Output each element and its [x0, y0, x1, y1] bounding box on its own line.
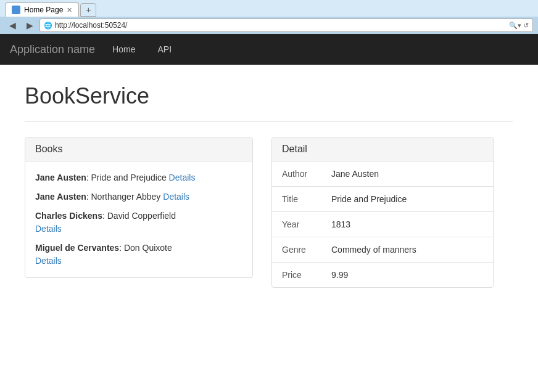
details-link-1[interactable]: Details — [169, 173, 196, 182]
list-item: Jane Austen: Pride and Prejudice Details — [35, 171, 242, 184]
table-row: Year 1813 — [272, 212, 493, 237]
detail-price-value: 9.99 — [321, 263, 493, 288]
detail-title-label: Title — [272, 187, 321, 212]
book-author: Charles Dickens — [35, 211, 102, 221]
detail-genre-value: Commedy of manners — [321, 237, 493, 263]
detail-author-label: Author — [272, 161, 321, 187]
books-panel-header: Books — [25, 137, 252, 161]
tab-close-icon[interactable]: ✕ — [67, 6, 72, 14]
book-author: Jane Austen — [35, 173, 86, 182]
page-title: BookService — [25, 83, 513, 109]
new-tab-button[interactable]: + — [80, 3, 96, 17]
address-bar-area: 🌐 http://localhost:50524/ 🔍▾ ↺ — [39, 18, 533, 32]
table-row: Genre Commedy of manners — [272, 237, 493, 263]
address-bar[interactable]: 🌐 http://localhost:50524/ 🔍▾ ↺ — [39, 18, 533, 32]
detail-year-label: Year — [272, 212, 321, 237]
address-text: http://localhost:50524/ — [55, 21, 507, 30]
browser-tab[interactable]: Home Page ✕ — [5, 2, 79, 17]
detail-price-label: Price — [272, 263, 321, 288]
navbar-link-api[interactable]: API — [152, 41, 176, 58]
tab-bar: Home Page ✕ + — [0, 0, 538, 17]
navbar: Application name Home API — [0, 34, 538, 65]
detail-author-value: Jane Austen — [321, 161, 493, 187]
detail-genre-label: Genre — [272, 237, 321, 263]
tab-favicon — [12, 6, 20, 14]
details-link-4[interactable]: Details — [35, 256, 62, 266]
table-row: Author Jane Austen — [272, 161, 493, 187]
detail-panel-header: Detail — [272, 137, 493, 161]
forward-button[interactable]: ▶ — [22, 18, 37, 33]
panels: Books Jane Austen: Pride and Prejudice D… — [25, 137, 513, 288]
navbar-brand: Application name — [10, 43, 95, 56]
table-row: Price 9.99 — [272, 263, 493, 288]
books-panel: Books Jane Austen: Pride and Prejudice D… — [25, 137, 253, 278]
book-author: Jane Austen — [35, 192, 86, 202]
tab-title: Home Page — [24, 6, 63, 14]
table-row: Title Pride and Prejudice — [272, 187, 493, 212]
list-item: Jane Austen: Northanger Abbey Details — [35, 190, 242, 203]
browser-titlebar: ◀ ▶ 🌐 http://localhost:50524/ 🔍▾ ↺ — [0, 17, 538, 34]
detail-title-value: Pride and Prejudice — [321, 187, 493, 212]
main-area: BookService Books Jane Austen: Pride and… — [0, 65, 538, 392]
page-content: Application name Home API BookService Bo… — [0, 34, 538, 392]
navbar-link-home[interactable]: Home — [107, 41, 140, 58]
details-link-2[interactable]: Details — [163, 192, 189, 202]
books-panel-body: Jane Austen: Pride and Prejudice Details… — [25, 161, 252, 277]
book-author: Miguel de Cervantes — [35, 243, 119, 253]
list-item: Miguel de Cervantes: Don Quixote Details — [35, 242, 242, 267]
back-button[interactable]: ◀ — [5, 18, 20, 33]
divider — [25, 121, 513, 122]
detail-panel: Detail Author Jane Austen Title Pride an… — [271, 137, 494, 288]
globe-icon: 🌐 — [44, 22, 52, 30]
details-link-3[interactable]: Details — [35, 224, 62, 234]
detail-year-value: 1813 — [321, 212, 493, 237]
detail-table: Author Jane Austen Title Pride and Preju… — [272, 161, 493, 287]
address-actions: 🔍▾ ↺ — [509, 22, 529, 30]
list-item: Charles Dickens: David Copperfield Detai… — [35, 210, 242, 235]
